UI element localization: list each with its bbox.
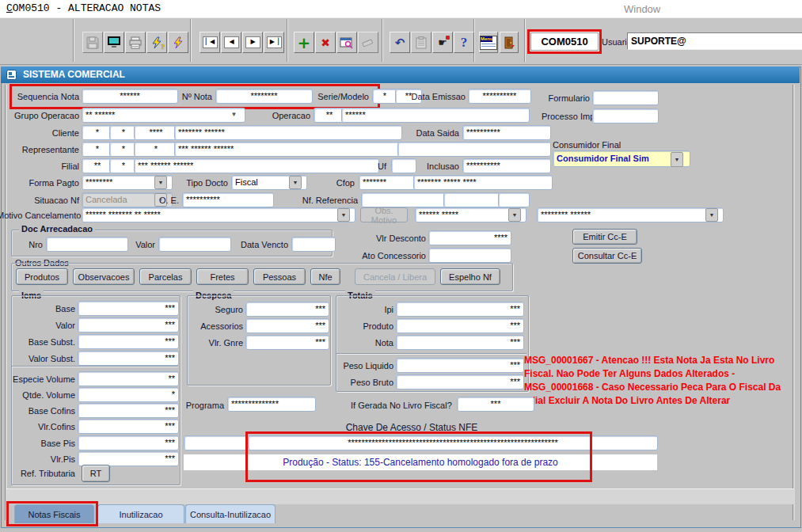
peso-liquido-field[interactable]: *** [396,358,524,373]
clipboard-icon [416,36,427,49]
motivo-cancelamento-combo[interactable]: ****** ******* ** ***** [82,207,355,222]
data-emissao-field[interactable]: ********** [468,89,531,104]
cfop-desc-field[interactable]: ******* ***** **** [413,175,553,190]
produtos-button[interactable]: Produtos [16,268,68,285]
add-record-button[interactable]: + [294,32,314,53]
espelho-nf-button[interactable]: Espelho Nf [440,268,500,285]
consumidor-final-combo[interactable]: Consumidor Final Sim [553,150,690,167]
serie-field[interactable]: * [372,89,397,104]
representante-extra-field[interactable] [397,142,551,157]
seguro-field[interactable]: *** [245,302,329,317]
execute-query-button[interactable]: ? [146,32,167,53]
peso-bruto-field[interactable]: *** [396,374,524,390]
first-record-button[interactable]: ▏◀ [200,32,220,53]
chevron-down-icon[interactable]: ▼ [508,208,521,222]
chevron-down-icon[interactable]: ▼ [289,176,302,189]
chave-prefix-field[interactable] [184,435,252,450]
parcelas-button[interactable]: Parcelas [139,268,192,285]
save-icon [86,36,100,50]
last-record-button[interactable]: ▶▕ [264,32,284,53]
vlr-desconto-field[interactable]: **** [428,230,511,245]
operacao-code-field[interactable]: ** [314,108,345,123]
exit-button[interactable] [500,32,519,53]
base-cofins-field[interactable]: *** [78,403,179,418]
vlr-gnre-field[interactable]: *** [245,335,329,350]
if-gerada-label: If Gerada No Livro Fiscal? [351,401,452,410]
chave-acesso-label: Chave De Acesso / Status NFE [285,422,538,433]
processo-imp-field[interactable] [592,108,659,124]
pessoas-button[interactable]: Pessoas [253,268,306,285]
qtde-volume-field[interactable]: * [78,387,179,402]
previous-record-button[interactable]: ◀ [221,32,241,53]
menu-button[interactable]: Menu [479,32,498,53]
fretes-button[interactable]: Fretes [196,268,249,285]
nfe-button[interactable]: Nfe [310,268,340,285]
formulario-field[interactable] [592,90,659,105]
grupo-operacao-combo[interactable]: ** ****** [82,108,245,123]
undo-button[interactable]: ↶ [390,32,410,53]
help-button[interactable]: ? [454,32,474,53]
run-button[interactable] [168,32,188,53]
chave-acesso-field[interactable]: ****************************************… [248,435,658,450]
doc-nro-field[interactable] [46,237,128,252]
lock-record-button[interactable]: ☛ [432,32,453,53]
icms-base-field[interactable]: *** [78,301,179,316]
chevron-down-icon[interactable]: ▼ [154,176,167,189]
tab-notas-fiscais[interactable]: Notas Fiscais [14,504,94,523]
consultar-cce-button[interactable]: Consultar Cc-E [572,248,642,264]
rt-button[interactable]: RT [82,465,110,482]
screen-button[interactable] [104,32,124,53]
nro-nota-field[interactable]: ******** [215,89,313,104]
doc-data-vencto-field[interactable] [291,237,336,252]
chevron-down-icon[interactable]: ▼ [705,208,718,222]
print-button[interactable] [125,32,146,53]
menu-icon-lines [481,44,496,48]
oe-label: O. E. [152,196,179,205]
if-gerada-field[interactable]: *** [457,397,534,412]
menu-icon: Menu [480,36,497,50]
icms-valor-field[interactable]: *** [78,317,179,332]
cfop-field[interactable]: ******* [359,175,417,190]
inclusao-field[interactable]: ********** [462,158,551,173]
delete-record-button[interactable]: ✖ [315,32,336,53]
icms-base-subst-field[interactable]: *** [78,334,179,349]
chevron-down-icon[interactable]: ▼ [671,152,683,167]
produto-field[interactable]: *** [396,318,524,333]
oe-field[interactable]: ********** [182,192,274,207]
chevron-down-icon[interactable]: ▼ [228,109,240,120]
query-button[interactable] [336,32,357,53]
doc-valor-field[interactable] [158,237,231,252]
formulario-label: Formulario [545,93,590,103]
tab-inutilizacao[interactable]: Inutilizacao [97,504,184,523]
sequencia-nota-field[interactable]: ****** [82,89,178,104]
icms-valor-subst-field[interactable]: *** [78,351,179,366]
ato-concessorio-field[interactable] [428,248,511,263]
nf-referencia-field-3[interactable] [498,192,530,207]
nf-referencia-field-2[interactable] [443,192,502,207]
motivo-extra-combo[interactable]: ******** ****** [537,207,724,222]
programa-field[interactable]: ************** [227,397,316,412]
representante-field-3[interactable]: * [134,142,178,157]
user-field[interactable]: SUPORTE@ [627,32,802,50]
operacao-desc-field[interactable]: ****** [341,108,530,123]
observacoes-button[interactable]: Observacoes [73,268,135,285]
emitir-cce-button[interactable]: Emitir Cc-E [572,229,637,245]
chevron-down-icon[interactable]: ▼ [337,208,350,222]
acessorios-field[interactable]: *** [245,318,329,333]
nota-field[interactable]: *** [396,335,524,350]
next-record-button[interactable]: ▶ [242,32,263,53]
menu-window[interactable]: Window [624,3,660,15]
representante-nome-field[interactable]: *** ****** ****** [174,142,402,157]
cliente-field-3[interactable]: **** [134,125,178,140]
cliente-field-1[interactable]: * [82,125,113,140]
base-pis-field[interactable]: *** [78,435,179,450]
vlr-cofins-field[interactable]: *** [78,419,179,434]
especie-volume-field[interactable]: ** [78,371,179,386]
tab-consulta-inutilizacao[interactable]: Consulta-Inutilizacao [185,504,276,523]
representante-field-1[interactable]: * [82,142,113,157]
filial-field-1[interactable]: ** [82,158,113,173]
data-saida-field[interactable]: ********** [462,125,551,140]
cliente-nome-field[interactable]: ******* ****** [174,125,402,140]
ipi-field[interactable]: *** [396,302,524,317]
filial-nome-field[interactable]: *** ****** ****** [134,158,379,173]
